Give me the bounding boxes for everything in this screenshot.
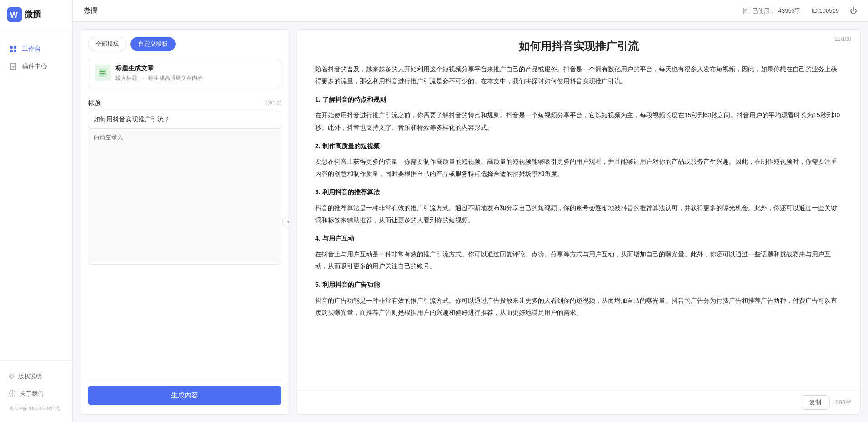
template-card-info: 标题生成文章 输入标题，一键生成高质量文章内容 xyxy=(115,65,275,82)
form-section: 标题 12/100 xyxy=(80,95,289,374)
workbench-icon xyxy=(9,45,17,53)
article-heading-2: 2. 制作高质量的短视频 xyxy=(315,140,842,152)
template-card[interactable]: 标题生成文章 输入标题，一键生成高质量文章内容 xyxy=(88,59,281,88)
template-tabs: 全部模板 自定义模板 xyxy=(80,30,289,51)
form-bottom: 生成内容 xyxy=(80,374,289,414)
svg-rect-4 xyxy=(10,50,13,52)
article-footer: 复制 893字 xyxy=(297,390,860,414)
article-content: 随着抖音的普及，越来越多的人开始利用这个短视频分享平台来推广自己的产品或服务。抖… xyxy=(297,54,860,390)
page-indicator: 11/100 xyxy=(834,36,851,42)
sidebar-item-about[interactable]: ⓘ 关于我们 xyxy=(0,385,72,402)
svg-rect-2 xyxy=(10,46,13,49)
char-count: 12/100 xyxy=(265,100,281,106)
template-card-desc: 输入标题，一键生成高质量文章内容 xyxy=(115,75,275,82)
svg-rect-5 xyxy=(14,50,16,52)
sidebar-item-copyright[interactable]: © 版权说明 xyxy=(0,368,72,385)
document-icon xyxy=(743,8,749,14)
generate-button[interactable]: 生成内容 xyxy=(88,386,281,405)
svg-rect-3 xyxy=(14,46,16,49)
content-textarea[interactable] xyxy=(88,128,281,265)
header-usage: 已使用： 43953字 xyxy=(743,7,801,15)
sidebar-bottom: © 版权说明 ⓘ 关于我们 粤ICP备2022016946号 xyxy=(0,360,72,422)
main: 微撰 已使用： 43953字 ID:100519 ⏻ 全部模板 自定 xyxy=(73,0,868,422)
divider xyxy=(88,380,281,380)
tab-all-templates[interactable]: 全部模板 xyxy=(88,37,127,51)
sidebar-item-workbench-label: 工作台 xyxy=(22,45,41,53)
form-label: 标题 xyxy=(88,99,100,107)
svg-text:W: W xyxy=(10,10,18,20)
article-heading-1: 1. 了解抖音的特点和规则 xyxy=(315,94,842,106)
sidebar-item-workbench[interactable]: 工作台 xyxy=(0,40,72,58)
article-para-3: 抖音的推荐算法是一种非常有效的推广引流方式。通过不断地发布和分享自己的短视频，你… xyxy=(315,202,842,226)
tab-custom-templates[interactable]: 自定义模板 xyxy=(130,37,176,51)
article-para-4: 在抖音上与用户互动是一种非常有效的推广引流方式。你可以通过回复评论、点赞、分享等… xyxy=(315,248,842,272)
content-area: 全部模板 自定义模板 标题生成文章 输入标题，一键生成高质量文章内容 xyxy=(73,22,868,422)
article-para-0: 随着抖音的普及，越来越多的人开始利用这个短视频分享平台来推广自己的产品或服务。抖… xyxy=(315,63,842,87)
logo-text: 微撰 xyxy=(25,9,41,20)
form-label-row: 标题 12/100 xyxy=(88,99,281,107)
right-panel: 11/100 如何用抖音实现推广引流 随着抖音的普及，越来越多的人开始利用这个短… xyxy=(296,29,861,415)
copy-button[interactable]: 复制 xyxy=(801,395,830,410)
article-para-2: 要想在抖音上获得更多的流量，你需要制作高质量的短视频。高质量的短视频能够吸引更多… xyxy=(315,156,842,180)
word-count: 893字 xyxy=(835,398,851,407)
about-label: 关于我们 xyxy=(20,390,44,398)
left-panel: 全部模板 自定义模板 标题生成文章 输入标题，一键生成高质量文章内容 xyxy=(80,29,289,415)
copyright-icon: © xyxy=(9,373,14,380)
template-card-title: 标题生成文章 xyxy=(115,65,275,73)
sidebar-nav: 工作台 稿件中心 xyxy=(0,31,72,360)
header-right: 已使用： 43953字 ID:100519 ⏻ xyxy=(743,7,857,15)
sidebar-item-drafts-label: 稿件中心 xyxy=(22,62,47,70)
title-input[interactable] xyxy=(88,111,281,128)
article-heading-4: 4. 与用户互动 xyxy=(315,232,842,245)
sidebar-logo: W 微撰 xyxy=(0,0,72,31)
drafts-icon xyxy=(9,62,17,70)
chevron-left-icon xyxy=(286,220,289,224)
about-icon: ⓘ xyxy=(9,390,15,398)
svg-rect-14 xyxy=(99,69,107,77)
article-heading-3: 3. 利用抖音的推荐算法 xyxy=(315,186,842,198)
usage-label: 已使用： xyxy=(752,7,776,15)
icp-text: 粤ICP备2022016946号 xyxy=(0,402,72,415)
article-header: 如何用抖音实现推广引流 xyxy=(297,30,860,54)
logo-icon: W xyxy=(7,7,22,22)
copyright-label: 版权说明 xyxy=(18,372,42,381)
header-id: ID:100519 xyxy=(812,7,839,14)
article-heading-5: 5. 利用抖音的广告功能 xyxy=(315,279,842,291)
usage-count: 43953字 xyxy=(778,7,801,15)
power-icon[interactable]: ⏻ xyxy=(850,7,857,15)
article-title: 如何用抖音实现推广引流 xyxy=(315,39,842,54)
header-title: 微撰 xyxy=(84,6,97,15)
sidebar: W 微撰 工作台 xyxy=(0,0,73,422)
article-para-5: 抖音的广告功能是一种非常有效的推广引流方式。你可以通过广告投放来让更多的人看到你… xyxy=(315,295,842,319)
header: 微撰 已使用： 43953字 ID:100519 ⏻ xyxy=(73,0,868,22)
template-card-icon xyxy=(95,65,111,81)
sidebar-item-drafts[interactable]: 稿件中心 xyxy=(0,58,72,75)
article-para-1: 在开始使用抖音进行推广引流之前，你需要了解抖音的特点和规则。抖音是一个短视频分享… xyxy=(315,109,842,133)
